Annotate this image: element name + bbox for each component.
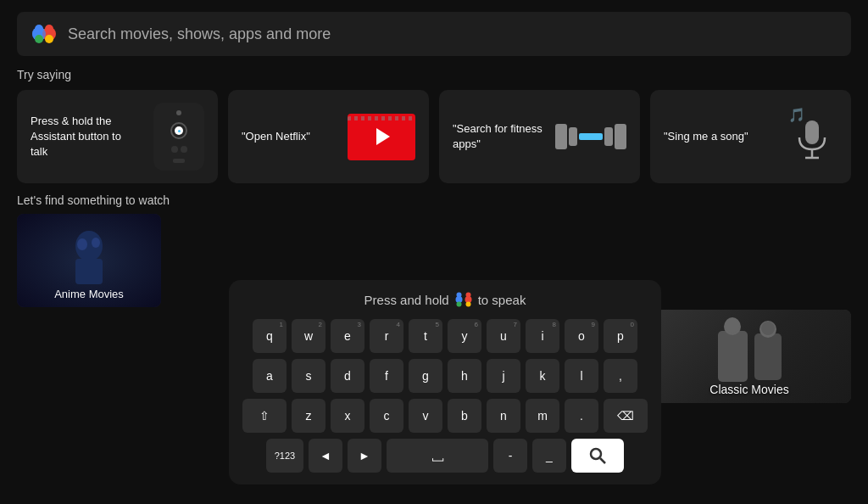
keyboard-row-3: ⇧ z x c v b n m . ⌫: [241, 399, 649, 433]
try-card-press-hold[interactable]: Press & hold the Assistant button to tal…: [17, 90, 218, 183]
dumbbell-icon: [555, 124, 626, 149]
key-n[interactable]: n: [487, 399, 520, 433]
svg-point-16: [456, 293, 461, 298]
key-space[interactable]: ⎵: [387, 439, 488, 473]
key-x[interactable]: x: [331, 399, 364, 433]
search-icon: [588, 446, 607, 465]
key-a[interactable]: a: [253, 359, 287, 393]
key-u[interactable]: u7: [487, 319, 520, 353]
key-dash[interactable]: -: [493, 439, 527, 473]
press-hold-to-speak: Press and hold to speak: [241, 290, 649, 309]
key-t[interactable]: t5: [409, 319, 442, 353]
find-label-col: Let's find something to watch Anime Movi…: [17, 193, 178, 307]
find-label: Let's find something to watch: [17, 193, 178, 207]
key-w[interactable]: w2: [292, 319, 326, 353]
netflix-play-icon: [348, 114, 415, 160]
key-q[interactable]: q1: [253, 319, 287, 353]
search-placeholder: Search movies, shows, apps and more: [68, 25, 331, 43]
key-j[interactable]: j: [487, 359, 520, 393]
assistant-mini-icon: [454, 290, 473, 309]
svg-point-17: [465, 293, 470, 298]
svg-point-3: [35, 25, 43, 33]
search-bar[interactable]: Search movies, shows, apps and more: [17, 12, 851, 56]
keyboard-rows: q1 w2 e3 r4 t5 y6 u7 i8 o9 p0 a s d f g …: [241, 319, 649, 473]
keyboard-overlay: Press and hold to speak q1 w2 e3 r4 t5 y…: [229, 280, 661, 484]
try-card-netflix-text: "Open Netflix": [242, 129, 310, 144]
svg-point-6: [45, 35, 53, 43]
key-s[interactable]: s: [292, 359, 326, 393]
svg-point-12: [77, 238, 87, 250]
key-comma[interactable]: ,: [604, 359, 637, 393]
key-l[interactable]: l: [565, 359, 598, 393]
keyboard-row-2: a s d f g h j k l ,: [241, 359, 649, 393]
key-p[interactable]: p0: [604, 319, 637, 353]
svg-point-5: [35, 35, 43, 43]
key-period[interactable]: .: [565, 399, 598, 433]
key-o[interactable]: o9: [565, 319, 598, 353]
try-saying-label: Try saying: [17, 68, 851, 81]
try-card-press-hold-text: Press & hold the Assistant button to tal…: [31, 114, 126, 160]
key-sym[interactable]: ?123: [266, 439, 303, 473]
key-shift[interactable]: ⇧: [242, 399, 287, 433]
svg-rect-11: [75, 259, 103, 284]
try-card-sing-text: "Sing me a song": [664, 129, 748, 144]
key-h[interactable]: h: [448, 359, 481, 393]
key-g[interactable]: g: [409, 359, 442, 393]
svg-point-4: [45, 25, 53, 33]
svg-point-19: [465, 302, 470, 307]
keyboard-row-1: q1 w2 e3 r4 t5 y6 u7 i8 o9 p0: [241, 319, 649, 353]
key-c[interactable]: c: [370, 399, 403, 433]
key-underscore[interactable]: _: [532, 439, 566, 473]
svg-line-21: [600, 458, 605, 463]
key-e[interactable]: e3: [331, 319, 364, 353]
google-assistant-icon: [31, 20, 58, 48]
key-f[interactable]: f: [370, 359, 403, 393]
key-i[interactable]: i8: [526, 319, 559, 353]
classic-movies-card[interactable]: Classic Movies: [648, 310, 851, 403]
key-v[interactable]: v: [409, 399, 442, 433]
try-card-sing[interactable]: "Sing me a song" 🎵: [650, 90, 851, 183]
key-backspace[interactable]: ⌫: [604, 399, 648, 433]
key-m[interactable]: m: [526, 399, 559, 433]
key-search[interactable]: [571, 439, 624, 473]
key-right-arrow[interactable]: ►: [348, 439, 381, 473]
key-left-arrow[interactable]: ◄: [309, 439, 342, 473]
try-card-fitness-text: "Search for fitness apps": [453, 121, 548, 152]
key-y[interactable]: y6: [448, 319, 481, 353]
try-card-open-netflix[interactable]: "Open Netflix": [228, 90, 429, 183]
try-saying-cards: Press & hold the Assistant button to tal…: [17, 90, 851, 183]
remote-icon: [153, 103, 204, 171]
key-b[interactable]: b: [448, 399, 481, 433]
svg-point-13: [92, 238, 100, 248]
classic-movies-label: Classic Movies: [648, 383, 851, 396]
key-z[interactable]: z: [292, 399, 326, 433]
microphone-icon: 🎵: [787, 107, 837, 166]
try-card-fitness[interactable]: "Search for fitness apps": [439, 90, 640, 183]
anime-movies-label: Anime Movies: [24, 288, 154, 300]
key-k[interactable]: k: [526, 359, 559, 393]
svg-point-18: [456, 302, 461, 307]
anime-movies-card[interactable]: Anime Movies: [17, 214, 161, 307]
key-r[interactable]: r4: [370, 319, 403, 353]
svg-point-20: [591, 449, 601, 459]
key-d[interactable]: d: [331, 359, 364, 393]
svg-rect-7: [805, 120, 819, 144]
keyboard-row-4: ?123 ◄ ► ⎵ - _: [241, 439, 649, 473]
